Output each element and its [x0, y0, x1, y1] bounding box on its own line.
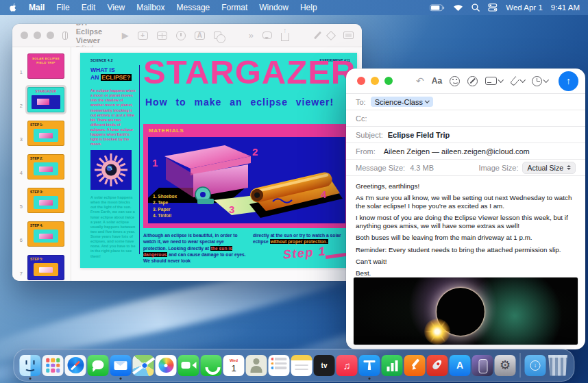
body-paragraph: Greetings, earthlings! [356, 182, 576, 190]
menu-item-mailbox[interactable]: Mailbox [136, 3, 164, 12]
menu-item-edit[interactable]: Edit [82, 3, 96, 12]
slide-7-thumb[interactable]: STEP 5: [27, 255, 64, 280]
dock-facetime[interactable] [178, 355, 199, 376]
zoom-button[interactable] [384, 77, 393, 85]
zoom-button[interactable] [47, 32, 54, 39]
dock-tv[interactable]: tv [314, 355, 335, 376]
dock: Wed1 tv ♫ A ⚙ ↓ [14, 349, 575, 382]
minimize-button[interactable] [34, 32, 41, 39]
dock-trash[interactable] [548, 355, 569, 376]
slide-1-thumb[interactable]: SOLAR ECLIPSE FIELD TRIP [27, 53, 64, 79]
dock-safari[interactable] [65, 355, 86, 376]
attach-button[interactable] [511, 77, 525, 86]
battery-icon[interactable] [430, 4, 445, 12]
slide-5-thumb[interactable]: STEP 3: [27, 188, 64, 213]
dock-downloads[interactable]: ↓ [525, 355, 546, 376]
to-field[interactable]: To: Science-Class [346, 93, 585, 110]
from-value[interactable]: Aileen Zeigen — aileen.zeigen@icloud.com [384, 147, 530, 156]
slide-thumbnail-5[interactable]: 5 STEP 3: [14, 186, 71, 215]
menu-item-help[interactable]: Help [300, 3, 317, 12]
slide-6-thumb[interactable]: STEP 4: [27, 221, 64, 247]
stepper-arrows-icon [567, 165, 571, 171]
cc-field[interactable]: Cc: [346, 110, 585, 126]
dock-calendar[interactable]: Wed1 [223, 355, 245, 376]
message-body[interactable]: Greetings, earthlings! As I'm sure you a… [346, 175, 585, 275]
animate-button[interactable] [326, 30, 336, 40]
insert-button[interactable]: + [138, 32, 148, 40]
header-fields-button[interactable] [485, 77, 503, 85]
slide-navigator: 1 SOLAR ECLIPSE FIELD TRIP 2 STARGAZER 3… [12, 47, 71, 281]
dock-contacts[interactable] [246, 355, 267, 376]
apple-menu-icon[interactable] [8, 3, 17, 13]
dock-launchpad[interactable] [42, 355, 64, 376]
dock-mail[interactable] [110, 355, 132, 376]
undo-icon[interactable]: ↶ [416, 76, 424, 86]
text-button[interactable]: A [195, 32, 205, 40]
menu-bar-clock[interactable]: 9:41 AM [551, 3, 580, 12]
close-button[interactable] [357, 77, 365, 85]
dock-messages[interactable] [88, 355, 109, 376]
share-button[interactable] [281, 33, 289, 41]
menu-item-format[interactable]: Format [221, 3, 247, 12]
mail-toolbar: ↶ Aa ↑ [346, 69, 585, 93]
dock-finder[interactable] [20, 355, 41, 376]
menu-app-name[interactable]: Mail [29, 3, 45, 12]
eclipse-photo-attachment[interactable] [353, 277, 578, 345]
dock-reminders[interactable] [269, 355, 290, 376]
slide-thumbnail-1[interactable]: 1 SOLAR ECLIPSE FIELD TRIP [14, 51, 71, 81]
emoji-icon[interactable] [450, 76, 460, 86]
image-size-select[interactable]: Actual Size [522, 162, 576, 174]
dock-notes[interactable] [291, 355, 313, 376]
dock-photos[interactable] [156, 355, 177, 376]
comment-button[interactable] [262, 32, 272, 39]
more-toolbar-button[interactable]: » [249, 31, 254, 40]
dock-keynote[interactable] [359, 355, 380, 376]
format-icon[interactable]: Aa [432, 76, 442, 86]
menu-bar-date[interactable]: Wed Apr 1 [506, 3, 543, 12]
document-settings-button[interactable] [343, 32, 354, 39]
menu-item-view[interactable]: View [107, 3, 125, 12]
control-center-icon[interactable] [488, 3, 498, 12]
window-controls[interactable] [21, 32, 54, 39]
writing-tools-icon[interactable] [467, 76, 478, 86]
search-icon[interactable] [471, 3, 480, 12]
menu-item-message[interactable]: Message [177, 3, 210, 12]
dock-numbers[interactable] [382, 355, 403, 376]
slide-thumbnail-2-selected[interactable]: 2 STARGAZER [14, 85, 71, 114]
dock-phone[interactable] [201, 355, 222, 376]
slide-3-thumb[interactable]: STEP 1: [27, 121, 64, 146]
slide-thumbnail-3[interactable]: 3 STEP 1: [14, 119, 71, 148]
window-controls[interactable] [357, 77, 393, 85]
dock-system-settings[interactable]: ⚙ [495, 355, 516, 376]
play-button[interactable]: ▶ [122, 31, 129, 40]
signature: Best,Mrs. Zeigen [356, 269, 576, 275]
slide-thumbnail-6[interactable]: 6 STEP 4: [14, 219, 71, 249]
slide-2-thumb[interactable]: STARGAZER [27, 87, 64, 112]
format-brush-button[interactable] [314, 32, 321, 40]
send-later-button[interactable] [532, 76, 548, 86]
subject-field[interactable]: Subject: Eclipse Field Trip [346, 126, 585, 143]
recipient-token[interactable]: Science-Class [371, 97, 433, 107]
sidebar-toggle-icon[interactable] [62, 32, 68, 40]
shape-button[interactable] [214, 32, 221, 39]
minimize-button[interactable] [371, 77, 379, 85]
chart-button[interactable] [176, 31, 186, 40]
send-button[interactable]: ↑ [559, 71, 578, 91]
from-field[interactable]: From: Aileen Zeigen — aileen.zeigen@iclo… [346, 143, 585, 159]
dock-iphone-mirroring[interactable] [472, 355, 493, 376]
wifi-icon[interactable] [453, 4, 463, 12]
slide-4-thumb[interactable]: STEP 2: [27, 154, 64, 180]
dock-pages[interactable] [404, 355, 426, 376]
table-button[interactable] [157, 32, 167, 40]
dock-app-store[interactable]: A [450, 355, 471, 376]
slide-thumbnail-4[interactable]: 4 STEP 2: [14, 152, 71, 182]
slide-thumbnail-7[interactable]: 7 STEP 5: [14, 253, 71, 281]
dock-music[interactable]: ♫ [336, 355, 358, 376]
dock-rocket-app[interactable] [427, 355, 448, 376]
menu-item-window[interactable]: Window [259, 3, 289, 12]
slide-page[interactable]: SCIENCE 4.2 EXPERIMENT #11 WHAT IS AN EC… [80, 53, 357, 268]
close-button[interactable] [21, 32, 28, 39]
menu-item-file[interactable]: File [56, 3, 69, 12]
subject-value[interactable]: Eclipse Field Trip [388, 131, 450, 139]
dock-maps[interactable] [133, 355, 154, 376]
